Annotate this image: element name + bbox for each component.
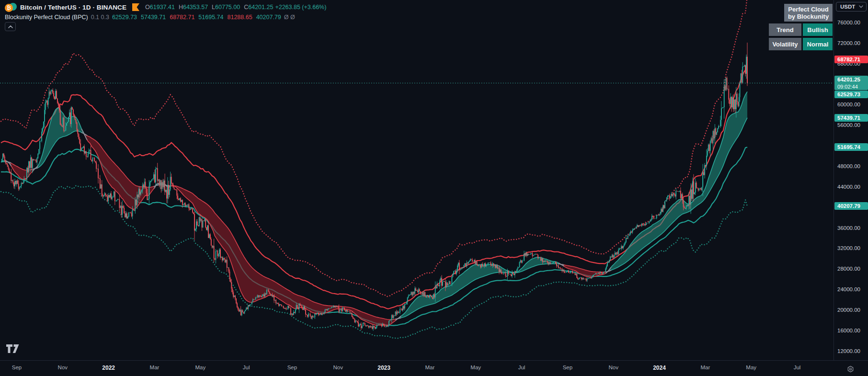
time-label: Nov: [608, 365, 618, 370]
time-label: 2022: [102, 365, 115, 371]
trend-label: Trend: [769, 23, 801, 36]
time-label: Mar: [425, 365, 435, 370]
indicator-value: 62529.73: [112, 14, 137, 21]
price-axis[interactable]: USDT 76000.0072000.0068000.0060000.00560…: [834, 0, 868, 376]
price-tick: 28000.00: [834, 265, 868, 272]
pair-logo-icon: ₿: [5, 3, 17, 12]
price-tick: 32000.00: [834, 245, 868, 251]
time-label: Jul: [243, 365, 250, 370]
price-badge: 57439.71: [834, 114, 868, 122]
symbol-row[interactable]: ₿ Bitcoin / TetherUS · 1D · BINANCE O619…: [5, 2, 326, 12]
time-label: May: [470, 365, 481, 370]
price-tick: 48000.00: [834, 163, 868, 170]
time-label: Sep: [287, 365, 297, 370]
price-tick: 44000.00: [834, 183, 868, 190]
time-label: Sep: [12, 365, 22, 370]
bpc-panel-title: Perfect Cloud by Blockunity: [784, 4, 833, 22]
indicator-values: 62529.7357439.7168782.7151695.7481288.65…: [112, 14, 281, 21]
price-tick: 24000.00: [834, 286, 868, 293]
price-tick: 56000.00: [834, 122, 868, 128]
time-label: 2024: [653, 365, 666, 371]
price-tick: 20000.00: [834, 307, 868, 313]
volatility-row: Volatility Normal: [769, 38, 833, 50]
bitcoin-icon: ₿: [5, 4, 13, 12]
price-badge: 68782.71: [834, 56, 868, 63]
price-tick: 72000.00: [834, 40, 868, 46]
indicator-value: 40207.79: [256, 14, 281, 21]
time-label: Mar: [150, 365, 160, 370]
indicator-value: 51695.74: [198, 14, 223, 21]
collapse-legend-button[interactable]: [5, 22, 16, 31]
indicator-params: 0.1 0.3: [91, 14, 109, 21]
indicator-value: 68782.71: [170, 14, 194, 21]
symbol-title[interactable]: Bitcoin / TetherUS · 1D · BINANCE: [20, 4, 126, 11]
volatility-label: Volatility: [769, 38, 801, 50]
time-label: Jul: [794, 365, 801, 370]
indicator-value: 57439.71: [141, 14, 166, 21]
price-tick: 16000.00: [834, 327, 868, 334]
price-badge: 40207.79: [834, 202, 868, 210]
chevron-down-icon: [859, 5, 863, 8]
trend-value: Bullish: [803, 23, 833, 36]
indicator-empty-values: Ø Ø: [284, 14, 295, 21]
axis-settings-button[interactable]: [844, 364, 857, 374]
price-tick: 36000.00: [834, 225, 868, 231]
tradingview-logo[interactable]: [6, 344, 20, 355]
time-label: Mar: [700, 365, 710, 370]
chart-legend: ₿ Bitcoin / TetherUS · 1D · BINANCE O619…: [5, 2, 326, 22]
price-badge: 64201.2509:02:44: [834, 76, 868, 90]
gear-icon: [846, 365, 855, 373]
change-value: +2263.85 (+3.66%): [275, 4, 326, 11]
time-label: May: [195, 365, 206, 370]
indicator-name[interactable]: Blockunity Perfect Cloud (BPC): [5, 14, 88, 21]
price-tick: 76000.00: [834, 19, 868, 26]
chart-canvas[interactable]: [0, 0, 834, 360]
currency-selector[interactable]: USDT: [836, 2, 867, 11]
time-label: May: [746, 365, 756, 370]
price-tick: 60000.00: [834, 101, 868, 108]
indicator-row[interactable]: Blockunity Perfect Cloud (BPC) 0.1 0.3 6…: [5, 13, 326, 22]
trend-row: Trend Bullish: [769, 23, 833, 36]
price-badge: 62529.73: [834, 91, 868, 98]
time-label: Jul: [518, 365, 525, 370]
time-label: Nov: [58, 365, 68, 370]
time-label: Nov: [333, 365, 343, 370]
price-tick: 12000.00: [834, 348, 868, 354]
flag-icon[interactable]: [132, 3, 139, 11]
time-axis[interactable]: SepNov2022MarMayJulSepNov2023MarMayJulSe…: [0, 360, 868, 376]
tradingview-chart-app: ₿ Bitcoin / TetherUS · 1D · BINANCE O619…: [0, 0, 868, 376]
bpc-status-panel: Perfect Cloud by Blockunity Trend Bullis…: [769, 4, 833, 50]
volatility-value: Normal: [803, 38, 833, 50]
ohlc-values: O61937.41 H64353.57 L60775.00 C64201.25: [145, 4, 273, 11]
time-label: 2023: [377, 365, 390, 371]
price-badge: 51695.74: [834, 143, 868, 151]
time-label: Sep: [563, 365, 572, 370]
indicator-value: 81288.65: [227, 14, 252, 21]
